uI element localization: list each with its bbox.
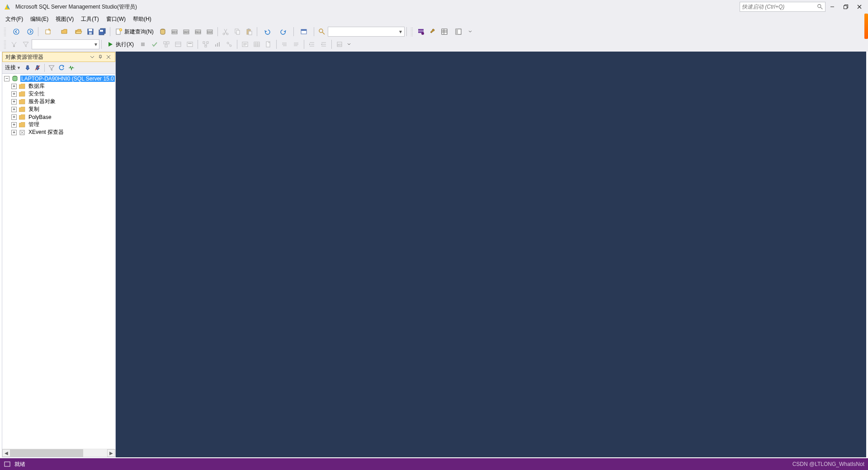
cut-button[interactable]: [220, 26, 231, 37]
panel-header[interactable]: 对象资源管理器: [2, 52, 115, 62]
find-input[interactable]: [328, 28, 397, 35]
execute-button[interactable]: 执行(X): [104, 39, 137, 50]
menu-window[interactable]: 窗口(W): [103, 14, 129, 25]
toolbar-overflow-1[interactable]: [467, 26, 473, 37]
include-client-stats-button[interactable]: [9, 39, 19, 50]
tree-item-xevent[interactable]: + XEvent 探查器: [2, 128, 115, 136]
tree-item-replication[interactable]: + 复制: [2, 105, 115, 113]
window-layout-button[interactable]: [451, 26, 466, 37]
nav-back-button[interactable]: [9, 26, 24, 37]
start-page-button[interactable]: [296, 26, 311, 37]
tree-item-label: XEvent 探查器: [28, 128, 65, 136]
menu-file[interactable]: 文件(F): [2, 14, 27, 25]
pin-button[interactable]: [97, 53, 104, 61]
database-combobox[interactable]: ▾: [32, 39, 99, 49]
uncomment-button[interactable]: [291, 39, 302, 50]
undo-button[interactable]: [259, 26, 275, 37]
xmla-query-button[interactable]: XMLA: [193, 26, 203, 37]
disconnect-button[interactable]: [33, 63, 42, 73]
expand-icon[interactable]: +: [11, 114, 17, 120]
panel-close-button[interactable]: [105, 53, 112, 61]
restore-button[interactable]: [839, 2, 853, 12]
save-all-button[interactable]: [97, 26, 108, 37]
horizontal-scrollbar[interactable]: ◀ ▶: [2, 449, 115, 457]
activity-monitor-button[interactable]: [66, 63, 76, 73]
connect-button[interactable]: [23, 63, 33, 73]
tree-item-server-objects[interactable]: + 服务器对象: [2, 98, 115, 105]
toolbar-grip[interactable]: [4, 27, 6, 36]
find-button[interactable]: [316, 26, 327, 37]
open-dropdown-button[interactable]: [57, 26, 72, 37]
refresh-button[interactable]: [57, 63, 66, 73]
properties-button[interactable]: [439, 26, 450, 37]
tree-item-databases[interactable]: + 数据库: [2, 82, 115, 90]
outdent-button[interactable]: [318, 39, 329, 50]
connect-label[interactable]: 连接: [4, 64, 17, 71]
results-grid-button[interactable]: [251, 39, 262, 50]
chevron-down-icon[interactable]: ▼: [17, 66, 21, 70]
expand-icon[interactable]: +: [11, 107, 17, 112]
quick-launch-input[interactable]: [742, 4, 817, 10]
include-plan-button[interactable]: [200, 39, 211, 50]
results-file-button[interactable]: [263, 39, 274, 50]
scroll-thumb[interactable]: [10, 449, 83, 457]
comment-button[interactable]: [279, 39, 290, 50]
toolbar-grip-3[interactable]: [4, 40, 6, 49]
database-engine-query-button[interactable]: [157, 26, 168, 37]
expand-icon[interactable]: +: [11, 84, 17, 89]
filter-button[interactable]: [20, 39, 31, 50]
display-plan-button[interactable]: [161, 39, 172, 50]
new-query-button[interactable]: 新建查询(N): [112, 26, 157, 37]
intellisense-button[interactable]: [184, 39, 195, 50]
toolbar-grip-2[interactable]: [410, 27, 413, 36]
mdx-query-button[interactable]: MDX: [169, 26, 180, 37]
results-text-button[interactable]: [240, 39, 250, 50]
minimize-button[interactable]: [826, 2, 839, 12]
paste-button[interactable]: [244, 26, 255, 37]
object-tree[interactable]: − LAPTOP-DA90HNI0 (SQL Server 15.0 + 数据库…: [2, 74, 115, 449]
toolbox-button[interactable]: [427, 26, 438, 37]
scroll-left-button[interactable]: ◀: [2, 449, 10, 457]
filter-button[interactable]: [47, 63, 57, 73]
tree-item-polybase[interactable]: + PolyBase: [2, 113, 115, 121]
live-stats-button[interactable]: [212, 39, 223, 50]
save-button[interactable]: [85, 26, 96, 37]
open-file-button[interactable]: [73, 26, 84, 37]
svg-rect-38: [418, 29, 424, 31]
stop-button[interactable]: [137, 39, 148, 50]
menu-help[interactable]: 帮助(H): [129, 14, 155, 25]
quick-launch[interactable]: [740, 2, 826, 12]
search-icon: [817, 4, 823, 10]
copy-button[interactable]: [232, 26, 243, 37]
tree-server-node[interactable]: − LAPTOP-DA90HNI0 (SQL Server 15.0: [2, 75, 115, 82]
expand-icon[interactable]: +: [11, 122, 17, 128]
svg-text:DMX: DMX: [184, 31, 189, 33]
nav-forward-button[interactable]: [25, 26, 36, 37]
expand-icon[interactable]: +: [11, 91, 17, 97]
expand-icon[interactable]: +: [11, 99, 17, 104]
dax-query-button[interactable]: DAX: [204, 26, 215, 37]
expand-icon[interactable]: +: [11, 130, 17, 135]
collapse-icon[interactable]: −: [4, 76, 9, 81]
include-live-plan-button[interactable]: [224, 39, 235, 50]
scroll-right-button[interactable]: ▶: [107, 449, 115, 457]
parse-button[interactable]: [149, 39, 160, 50]
specify-template-button[interactable]: ab: [334, 39, 345, 50]
close-button[interactable]: [853, 2, 866, 12]
menu-view[interactable]: 视图(V): [52, 14, 77, 25]
indent-button[interactable]: [307, 39, 317, 50]
menu-tools[interactable]: 工具(T): [77, 14, 102, 25]
query-options-button[interactable]: [173, 39, 184, 50]
toolbar-overflow-2[interactable]: [346, 39, 352, 50]
dmx-query-button[interactable]: DMX: [181, 26, 192, 37]
find-combobox[interactable]: ▾: [328, 27, 405, 37]
tree-item-security[interactable]: + 安全性: [2, 90, 115, 98]
scroll-track[interactable]: [10, 449, 107, 457]
registered-servers-button[interactable]: [415, 26, 426, 37]
database-input[interactable]: [32, 41, 93, 47]
window-position-button[interactable]: [89, 53, 96, 61]
tree-item-management[interactable]: + 管理: [2, 121, 115, 128]
redo-button[interactable]: [276, 26, 291, 37]
new-project-button[interactable]: [41, 26, 56, 37]
menu-edit[interactable]: 编辑(E): [27, 14, 52, 25]
